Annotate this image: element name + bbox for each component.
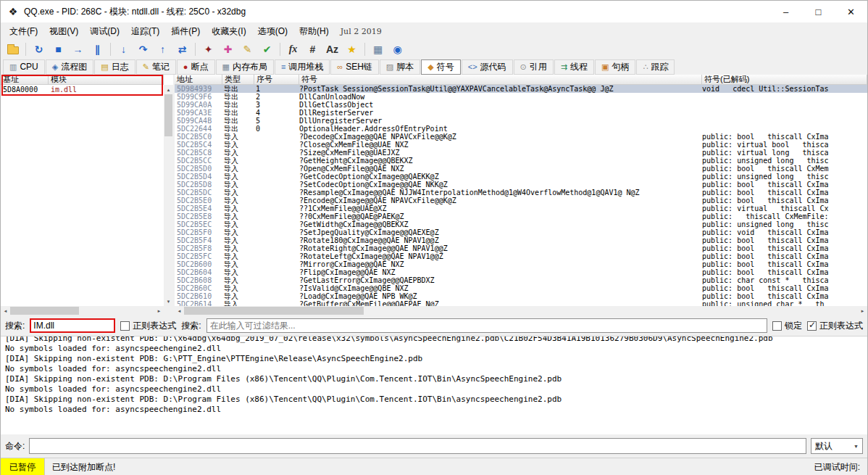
tab-references[interactable]: ⊙引用 (514, 59, 554, 75)
command-input[interactable] (29, 438, 806, 454)
minimize-button[interactable]: – (769, 1, 802, 22)
step-over-button[interactable]: ↷ (134, 41, 152, 57)
symbol-row[interactable]: 5DC2B5F4导入?Rotate180@CxImage@@QAE_NPAV1@… (175, 236, 867, 244)
scrollbar-thumb[interactable] (10, 307, 79, 315)
check-button[interactable]: ✔ (258, 41, 276, 57)
scrollbar-track[interactable] (164, 94, 173, 297)
tab-breakpoints[interactable]: ●断点 (177, 59, 215, 75)
scrollbar-thumb[interactable] (184, 307, 364, 315)
scrollbar-track[interactable] (184, 306, 858, 315)
scroll-up-button[interactable]: ▲ (164, 85, 173, 94)
pause-button[interactable]: ∥ (88, 41, 107, 57)
globe-button[interactable]: ◉ (388, 41, 406, 57)
strings-button[interactable]: Az (323, 41, 341, 57)
symbol-row[interactable]: 5DC2B5F0导入?SetJpegQuality@CxImage@@QAEXE… (175, 228, 867, 236)
symbol-row[interactable]: 5D99CA3E导出4DllRegisterServer (175, 109, 867, 117)
tab-log[interactable]: ▤日志 (94, 59, 135, 75)
maximize-button[interactable]: □ (802, 1, 835, 22)
symbol-row[interactable]: 5DC2B608导入?GetLastError@CxImage@@QAEPBDX… (175, 276, 867, 284)
menu-options[interactable]: 选项(O) (252, 23, 293, 40)
filter-regex-checkbox[interactable] (807, 321, 817, 331)
tab-symbols[interactable]: ◆符号 (421, 59, 460, 75)
tab-handles[interactable]: ▣句柄 (595, 59, 635, 75)
tab-memory-map[interactable]: ▦内存布局 (216, 59, 274, 75)
symbol-header-symbol[interactable]: 符号 (299, 75, 702, 85)
symbol-row[interactable]: 5DC2B5C4导入?Close@CxMemFile@@UAE_NXZpubli… (175, 141, 867, 149)
symbol-row[interactable]: 5DC2B5E4导入??1CxMemFile@@UAE@XZpublic: vi… (175, 205, 867, 212)
memory-grid-button[interactable]: ▦ (369, 41, 387, 57)
symbol-row[interactable]: 5DC22644导出0OptionalHeader.AddressOfEntry… (175, 125, 867, 133)
module-search-input[interactable] (30, 318, 115, 333)
symbol-row[interactable]: 5DC2B604导入?Flip@CxImage@@QAE_NXZpublic: … (175, 268, 867, 276)
tab-trace[interactable]: ∴跟踪 (636, 59, 675, 75)
symbol-row[interactable]: 5DC2B5D8导入?SetCodecOption@CxImage@@QAE_N… (175, 181, 867, 189)
symbol-header-address[interactable]: 地址 (175, 75, 222, 85)
symbol-header-ordinal[interactable]: 序号 (254, 75, 299, 85)
symbol-row[interactable]: 5DC2B614导入?GetBuffer@CxMemFile@@QAEPAE_N… (175, 300, 867, 306)
symbol-row[interactable]: 5DC2B5D4导入?GetCodecOption@CxImage@@QAEKK… (175, 173, 867, 181)
module-row[interactable]: 5D8A0000im.dll (1, 85, 164, 94)
scroll-left-button[interactable]: ◄ (175, 306, 184, 315)
tab-threads[interactable]: ⇉线程 (554, 59, 594, 75)
symbol-header-undecorated[interactable]: 符号(已解码) (702, 75, 867, 85)
symbol-row[interactable]: 5D99CA0A导出3DllGetClassObject (175, 101, 867, 109)
symbol-row[interactable]: 5D984939导出1?PostTask_Session@SessionTask… (175, 85, 867, 93)
menu-debug[interactable]: 调试(D) (84, 23, 125, 40)
module-vertical-scrollbar[interactable]: ▲ ▼ (164, 85, 173, 306)
step-into-button[interactable]: ↓ (114, 41, 133, 57)
menu-plugins[interactable]: 插件(P) (165, 23, 206, 40)
settings-button[interactable]: ✦ (199, 41, 217, 57)
hash-button[interactable]: # (304, 41, 322, 57)
module-header-base[interactable]: 基址 (1, 75, 49, 85)
symbol-row[interactable]: 5DC2B610导入?Load@CxImage@@QAE_NPB_WK@Zpub… (175, 292, 867, 300)
menu-view[interactable]: 视图(V) (43, 23, 84, 40)
open-file-button[interactable] (4, 41, 22, 57)
symbol-row[interactable]: 5DC2B5C0导入?Decode@CxImage@@QAE_NPAVCxFil… (175, 133, 867, 141)
symbol-row[interactable]: 5DC2B60C导入?IsValid@CxImage@@QBE_NXZpubli… (175, 284, 867, 292)
comment-button[interactable]: ✎ (238, 41, 256, 57)
tab-notes[interactable]: ✎笔记 (136, 59, 176, 75)
calculator-button[interactable]: fx (284, 41, 302, 57)
run-button[interactable]: → (69, 41, 87, 57)
scroll-right-button[interactable]: ► (154, 306, 164, 315)
symbol-row[interactable]: 5DC2B600导入?Mirror@CxImage@@QAE_NXZpublic… (175, 260, 867, 268)
symbol-row[interactable]: 5DC2B5D0导入?Open@CxMemFile@@QAE_NXZpublic… (175, 165, 867, 173)
scrollbar-track[interactable] (10, 306, 154, 315)
lock-checkbox[interactable] (772, 321, 782, 331)
tab-script[interactable]: ▨脚本 (380, 59, 420, 75)
symbol-row[interactable]: 5D99CA4B导出5DllUnregisterServer (175, 117, 867, 125)
menu-file[interactable]: 文件(F) (4, 23, 43, 40)
symbol-row[interactable]: 5DC2B5C8导入?Size@CxMemFile@@UAEJXZpublic:… (175, 149, 867, 157)
run-to-user-code-button[interactable]: ⇄ (173, 41, 191, 57)
menu-favourites[interactable]: 收藏夹(I) (206, 23, 251, 40)
menu-help[interactable]: 帮助(H) (293, 23, 335, 40)
tab-graph[interactable]: ◈流程图 (46, 59, 93, 75)
symbol-row[interactable]: 5DC2B5CC导入?GetHeight@CxImage@@QBEKXZpubl… (175, 157, 867, 165)
scrollbar-thumb[interactable] (164, 94, 172, 136)
symbol-row[interactable]: 5DC2B5E0导入?Encode@CxImage@@QAE_NPAVCxFil… (175, 197, 867, 205)
patches-button[interactable]: ✚ (219, 41, 237, 57)
symbol-filter-input[interactable] (206, 318, 767, 333)
symbol-row[interactable]: 5DC2B5DC导入?Resample@CxImage@@QAE_NJJW4In… (175, 189, 867, 197)
tab-call-stack[interactable]: ≡调用堆栈 (275, 59, 330, 75)
symbol-horizontal-scrollbar[interactable]: ◄ ► (175, 306, 867, 315)
tab-cpu[interactable]: ▥CPU (3, 59, 45, 75)
command-profile-select[interactable]: 默认 ▼ (811, 438, 863, 454)
execute-till-return-button[interactable]: ↑ (154, 41, 172, 57)
menu-trace[interactable]: 追踪(T) (125, 23, 165, 40)
symbol-header-type[interactable]: 类型 (222, 75, 254, 85)
tab-seh-chain[interactable]: ∞SEH链 (330, 59, 379, 75)
favourite-button[interactable]: ★ (343, 41, 361, 57)
symbol-row[interactable]: 5DC2B5FC导入?RotateLeft@CxImage@@QAE_NPAV1… (175, 252, 867, 260)
close-button[interactable]: ✕ (835, 1, 867, 22)
scroll-left-button[interactable]: ◄ (1, 306, 10, 315)
module-horizontal-scrollbar[interactable]: ◄ ► (1, 306, 164, 315)
regex-checkbox[interactable] (120, 321, 130, 331)
scroll-right-button[interactable]: ► (858, 306, 867, 315)
scroll-down-button[interactable]: ▼ (164, 297, 173, 306)
tab-source[interactable]: <>源代码 (462, 59, 513, 75)
symbol-row[interactable]: 5DC2B5F8导入?RotateRight@CxImage@@QAE_NPAV… (175, 244, 867, 252)
symbol-row[interactable]: 5DC2B5E8导入??0CxMemFile@@QAE@PAEK@Zpublic… (175, 212, 867, 220)
symbol-row[interactable]: 5DC2B5EC导入?GetWidth@CxImage@@QBEKXZpubli… (175, 220, 867, 228)
restart-button[interactable]: ↻ (30, 41, 48, 57)
